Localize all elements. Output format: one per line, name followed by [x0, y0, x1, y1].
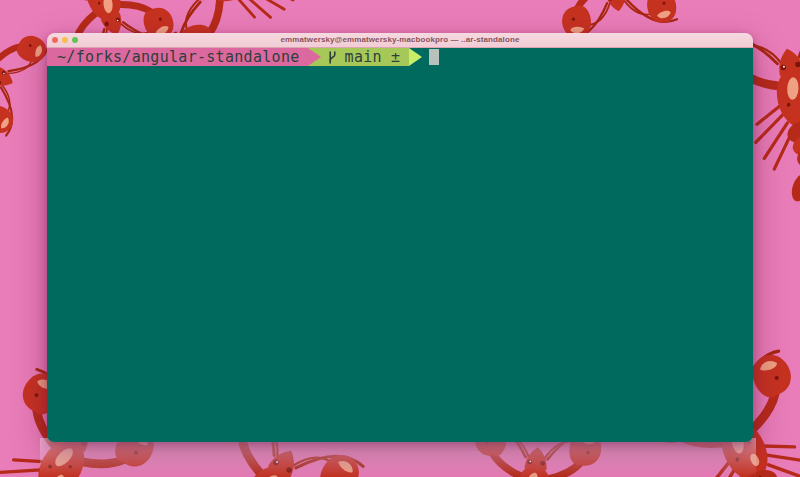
branch-name: main [345, 48, 382, 66]
window-title: emmatwersky@emmatwersky-macbookpro — ..a… [47, 33, 753, 47]
minimize-button[interactable] [62, 37, 68, 43]
terminal-cursor [429, 49, 439, 65]
lobster-illustration [0, 0, 50, 137]
zoom-button[interactable] [72, 37, 78, 43]
prompt-path-segment: ~/forks/angular-standalone [47, 48, 308, 66]
traffic-lights [47, 37, 78, 43]
prompt-path: ~/forks/angular-standalone [57, 48, 300, 66]
terminal-body[interactable]: ~/forks/angular-standalone main ± [47, 48, 753, 442]
terminal-window[interactable]: emmatwersky@emmatwersky-macbookpro — ..a… [47, 33, 753, 442]
window-titlebar[interactable]: emmatwersky@emmatwersky-macbookpro — ..a… [47, 33, 753, 48]
git-branch-icon [327, 51, 338, 64]
powerline-arrow-icon [409, 48, 422, 66]
close-button[interactable] [52, 37, 58, 43]
dirty-indicator: ± [391, 48, 400, 66]
prompt-branch-segment: main ± [321, 48, 410, 66]
prompt-line: ~/forks/angular-standalone main ± [47, 48, 753, 66]
powerline-arrow-icon [308, 48, 321, 66]
